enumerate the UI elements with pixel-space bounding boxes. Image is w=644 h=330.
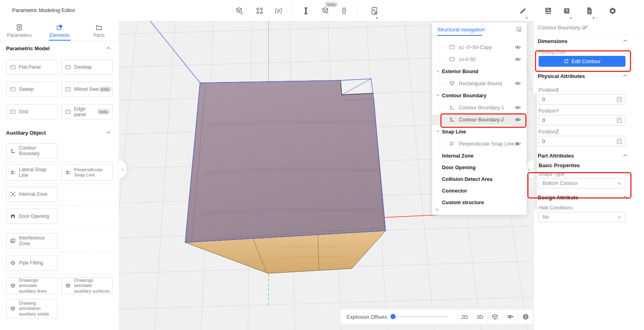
eye-icon[interactable] bbox=[515, 105, 521, 110]
explosion-offsets-label: Explosion Offsets bbox=[347, 314, 387, 320]
tab-elements[interactable]: Elements bbox=[40, 24, 79, 41]
nav-group-custom-structure[interactable]: Custom structure bbox=[432, 197, 526, 208]
resize-handle-icon[interactable] bbox=[435, 207, 439, 211]
warnings-button[interactable] bbox=[518, 310, 533, 324]
grid-button[interactable]: Grid bbox=[6, 104, 58, 119]
calculator-icon[interactable] bbox=[617, 138, 622, 144]
nav-item-rectangular-bound[interactable]: Rectangular Bound bbox=[432, 78, 526, 89]
parametric-cube-fx-icon[interactable]: fx bbox=[321, 6, 330, 16]
clip-icon[interactable] bbox=[339, 6, 349, 16]
isometric-cube-button[interactable] bbox=[487, 310, 502, 324]
exclamation-icon bbox=[522, 314, 529, 320]
snap-line-icon bbox=[65, 170, 71, 175]
calculator-icon[interactable] bbox=[617, 96, 622, 102]
rename-pencil-icon[interactable] bbox=[583, 25, 588, 30]
panel-icon bbox=[449, 44, 455, 50]
beta-badge: beta bbox=[97, 109, 110, 115]
help-icon[interactable]: ? bbox=[562, 6, 572, 16]
visibility-button[interactable] bbox=[502, 310, 518, 324]
develop-button[interactable]: Develop bbox=[61, 59, 113, 75]
annotate-cube-icon bbox=[10, 283, 16, 289]
caret-down-icon[interactable] bbox=[436, 94, 440, 96]
gear-icon[interactable] bbox=[608, 6, 617, 16]
door-opening-icon bbox=[10, 213, 16, 219]
position-z-input[interactable]: 0 bbox=[539, 136, 625, 146]
nav-item-zx-0-50[interactable]: zx-0-50 bbox=[432, 54, 526, 65]
toolbar-divider bbox=[357, 2, 358, 18]
lateral-snap-line-button[interactable]: Lateral Snap Line bbox=[6, 164, 58, 181]
chevron-up-icon[interactable] bbox=[623, 154, 627, 157]
caret-down-icon[interactable] bbox=[436, 70, 440, 72]
eye-icon[interactable] bbox=[515, 141, 521, 146]
tree-line bbox=[438, 49, 447, 60]
popout-icon[interactable] bbox=[516, 27, 522, 32]
internal-zone-button[interactable]: Internal Zone bbox=[6, 187, 58, 202]
activity-monitor-icon[interactable] bbox=[543, 6, 553, 16]
pencil-icon[interactable] bbox=[518, 6, 528, 16]
nav-group-collision-detect-area[interactable]: Collision Detect Area bbox=[432, 174, 526, 184]
explosion-offsets-control: Explosion Offsets bbox=[341, 310, 457, 324]
chevron-up-icon[interactable] bbox=[623, 74, 627, 77]
contour-icon bbox=[449, 105, 455, 110]
tab-parts[interactable]: Parts bbox=[80, 24, 118, 41]
mitred-sweep-button[interactable]: Mitred Swee beta bbox=[61, 82, 113, 97]
dashed-divider bbox=[4, 274, 115, 274]
annotate-cube-icon bbox=[10, 306, 16, 312]
model-points-icon[interactable] bbox=[235, 6, 244, 16]
calculator-icon[interactable] bbox=[617, 117, 622, 123]
parameters-icon bbox=[16, 24, 23, 31]
eye-icon bbox=[507, 314, 514, 319]
chevron-up-icon[interactable] bbox=[106, 131, 111, 134]
eye-icon[interactable] bbox=[515, 57, 521, 61]
pipe-fitting-button[interactable]: Pipe Fitting bbox=[6, 255, 58, 271]
interference-zone-button[interactable]: Interference Zone bbox=[6, 233, 58, 248]
top-toolbar: Parametric Modeling Editor fx beta bbox=[0, 0, 644, 21]
section-part-attributes: Part Attributes bbox=[538, 153, 574, 159]
caret-down-icon[interactable] bbox=[436, 131, 440, 133]
tab-parameters[interactable]: Parameters bbox=[0, 24, 39, 41]
perpendicular-snap-line-button[interactable]: Perpendicular Snap Line bbox=[61, 164, 113, 181]
pattern-array-icon[interactable] bbox=[255, 6, 264, 16]
annotate-cube-icon bbox=[65, 283, 71, 289]
eye-icon[interactable] bbox=[515, 81, 521, 86]
drawings-annotate-surfaces-button[interactable]: Drawings annotate auxiliary surfaces bbox=[61, 277, 113, 294]
swap-replace-icon[interactable] bbox=[274, 6, 283, 16]
drawing-annotation-solids-button[interactable]: Drawing annotation auxiliary solids bbox=[6, 299, 58, 318]
cube-icon bbox=[449, 80, 455, 86]
panel-icon bbox=[65, 86, 71, 92]
nav-group-door-opening[interactable]: Door Opening bbox=[432, 162, 526, 173]
edge-panel-button[interactable]: Edge panel beta bbox=[61, 104, 113, 119]
cube-icon bbox=[491, 314, 498, 320]
beta-badge: beta bbox=[324, 2, 338, 7]
nav-group-connector[interactable]: Connector bbox=[432, 186, 526, 196]
contour-boundary-button[interactable]: Contour Boundary bbox=[6, 143, 58, 158]
ruler-icon[interactable] bbox=[301, 6, 311, 16]
sweep-button[interactable]: Sweep bbox=[6, 82, 58, 97]
door-opening-button[interactable]: Door Opening bbox=[6, 209, 58, 224]
document-new-icon[interactable] bbox=[369, 6, 379, 16]
tree-line bbox=[438, 37, 447, 48]
section-dimensions: Dimensions bbox=[538, 38, 568, 44]
dashed-divider bbox=[4, 184, 115, 184]
explosion-offsets-slider[interactable] bbox=[393, 316, 448, 317]
view-2d-button[interactable]: 2D bbox=[457, 310, 472, 324]
position-y-input[interactable]: 0 bbox=[539, 115, 625, 125]
slider-knob[interactable] bbox=[390, 314, 396, 319]
view-3d-button[interactable]: 3D bbox=[472, 310, 487, 324]
flat-panel-button[interactable]: Flat Panel bbox=[6, 59, 58, 75]
chevron-up-icon[interactable] bbox=[106, 47, 111, 49]
tab-label: Parameters bbox=[7, 33, 32, 38]
hide-conditions-select[interactable]: No bbox=[539, 212, 625, 222]
parametric-modeling-editor: Parametric Modeling Editor fx beta bbox=[0, 0, 644, 330]
nav-item-perpendicular-snap-line-1[interactable]: Perpendicular Snap Line-1 bbox=[432, 139, 526, 149]
document-lines-icon[interactable] bbox=[584, 6, 594, 16]
position-x-input[interactable]: 0 bbox=[539, 94, 625, 105]
panel-icon bbox=[449, 56, 455, 62]
nav-group-internal-zone[interactable]: Internal Zone bbox=[432, 151, 526, 161]
tab-label: Elements bbox=[50, 33, 70, 38]
app-title: Parametric Modeling Editor bbox=[12, 0, 75, 21]
dropdown-corner-icon bbox=[376, 17, 378, 18]
eye-icon[interactable] bbox=[515, 45, 521, 49]
drawings-annotate-lines-button[interactable]: Drawings annotate auxiliary lines bbox=[6, 277, 58, 294]
chevron-up-icon[interactable] bbox=[623, 39, 627, 42]
